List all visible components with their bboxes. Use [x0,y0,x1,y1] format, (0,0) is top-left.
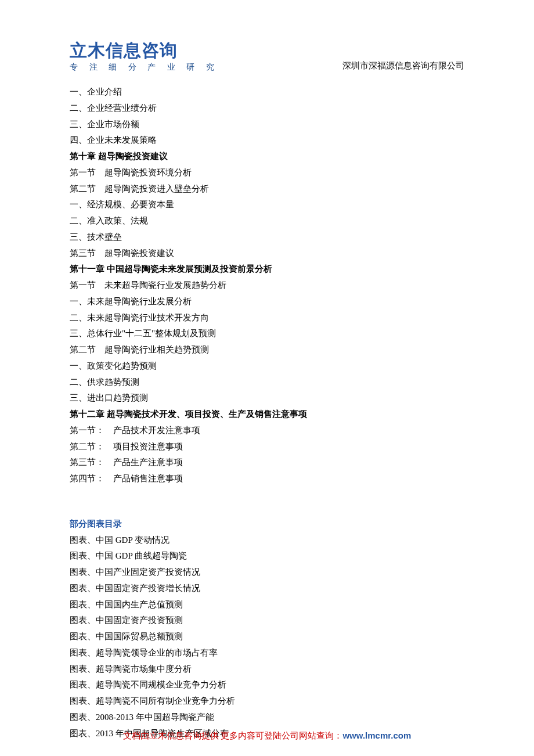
chart-list-item: 图表、超导陶瓷不同所有制企业竞争力分析 [70,693,464,710]
toc-line: 三、总体行业"十二五"整体规划及预测 [70,326,464,342]
toc-line: 第十一章 中国超导陶瓷未来发展预测及投资前景分析 [70,261,464,278]
chart-list-item: 图表、中国 GDP 变动情况 [70,532,464,549]
toc-line: 四、企业未来发展策略 [70,132,464,149]
page-header: 立木信息咨询 专 注 细 分 产 业 研 究 深圳市深福源信息咨询有限公司 [70,41,464,73]
chart-list-item: 图表、2008-2013 年中国超导陶瓷产能 [70,710,464,726]
chart-list-item: 图表、中国国内生产总值预测 [70,597,464,613]
spacer [70,487,464,516]
chart-list-section: 部分图表目录 图表、中国 GDP 变动情况图表、中国 GDP 曲线超导陶瓷图表、… [70,516,464,742]
logo: 立木信息咨询 专 注 细 分 产 业 研 究 [70,41,219,73]
chart-list-item: 图表、中国固定资产投资增长情况 [70,581,464,597]
toc-line: 第三节： 产品生产注意事项 [70,455,464,471]
toc-line: 第四节： 产品销售注意事项 [70,471,464,487]
footer-link[interactable]: www.lmcmr.com [342,730,411,740]
toc-line: 第一节： 产品技术开发注意事项 [70,423,464,439]
toc-line: 第二节： 项目投资注意事项 [70,439,464,455]
chart-list-item: 图表、中国国际贸易总额预测 [70,629,464,645]
page-footer: 文档由立木信息咨询提供 更多内容可登陆公司网站查询：www.lmcmr.com [0,730,534,741]
toc-line: 二、供求趋势预测 [70,375,464,391]
toc-line: 三、技术壁垒 [70,229,464,246]
toc-line: 二、准入政策、法规 [70,213,464,229]
logo-main-text: 立木信息咨询 [70,41,219,60]
toc-line: 二、企业经营业绩分析 [70,100,464,117]
chart-list-item: 图表、中国固定资产投资预测 [70,613,464,629]
footer-text: 文档由立木信息咨询提供 更多内容可登陆公司网站查询： [123,731,343,740]
document-page: 立木信息咨询 专 注 细 分 产 业 研 究 深圳市深福源信息咨询有限公司 一、… [0,0,534,756]
toc-line: 第二节 超导陶瓷行业相关趋势预测 [70,342,464,358]
chart-list-item: 图表、超导陶瓷市场集中度分析 [70,661,464,678]
chart-items-container: 图表、中国 GDP 变动情况图表、中国 GDP 曲线超导陶瓷图表、中国产业固定资… [70,532,464,742]
chart-list-item: 图表、中国 GDP 曲线超导陶瓷 [70,548,464,564]
toc-line: 二、未来超导陶瓷行业技术开发方向 [70,310,464,326]
toc-line: 一、企业介绍 [70,84,464,100]
toc-line: 第十章 超导陶瓷投资建议 [70,149,464,165]
toc-line: 三、企业市场份额 [70,117,464,133]
toc-line: 第三节 超导陶瓷投资建议 [70,246,464,262]
chart-list-item: 图表、超导陶瓷领导企业的市场占有率 [70,645,464,661]
chart-list-item: 图表、超导陶瓷不同规模企业竞争力分析 [70,677,464,693]
toc-line: 第一节 超导陶瓷投资环境分析 [70,165,464,181]
toc-line: 第一节 未来超导陶瓷行业发展趋势分析 [70,278,464,294]
toc-line: 三、进出口趋势预测 [70,390,464,406]
toc-line: 第二节 超导陶瓷投资进入壁垒分析 [70,181,464,197]
company-name: 深圳市深福源信息咨询有限公司 [342,60,464,73]
chart-section-title: 部分图表目录 [70,516,464,532]
logo-sub-text: 专 注 细 分 产 业 研 究 [70,62,219,73]
toc-line: 一、经济规模、必要资本量 [70,197,464,213]
toc-line: 一、未来超导陶瓷行业发展分析 [70,294,464,310]
toc-line: 一、政策变化趋势预测 [70,358,464,375]
toc-content: 一、企业介绍二、企业经营业绩分析三、企业市场份额四、企业未来发展策略第十章 超导… [70,84,464,487]
chart-list-item: 图表、中国产业固定资产投资情况 [70,564,464,581]
toc-line: 第十二章 超导陶瓷技术开发、项目投资、生产及销售注意事项 [70,406,464,423]
